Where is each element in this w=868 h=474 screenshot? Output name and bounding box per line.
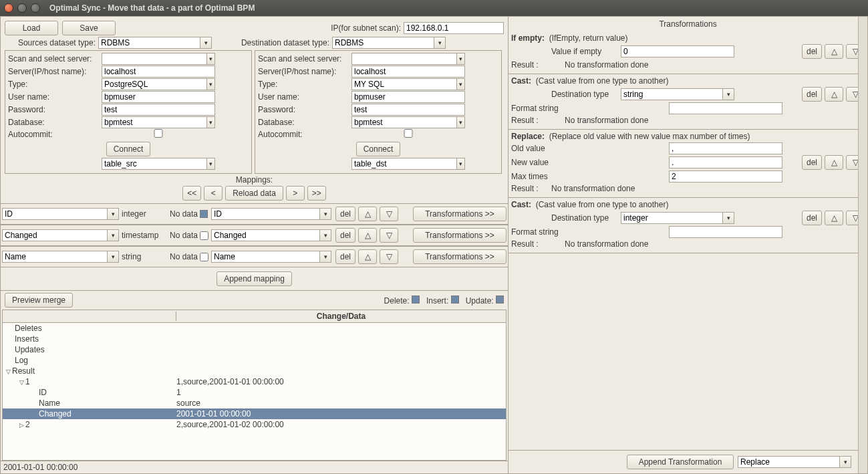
window-minimize-icon[interactable] bbox=[17, 3, 27, 13]
chevron-down-icon[interactable]: ▾ bbox=[107, 208, 119, 220]
chevron-down-icon[interactable]: ▾ bbox=[456, 53, 465, 65]
chevron-down-icon[interactable]: ▾ bbox=[107, 229, 119, 241]
chevron-down-icon[interactable]: ▾ bbox=[722, 212, 734, 224]
mapping-dst-input[interactable] bbox=[211, 251, 319, 263]
trans-format-string-input[interactable] bbox=[669, 102, 782, 114]
tree-node-result[interactable]: ▽Result bbox=[3, 366, 506, 376]
mapping-up-button[interactable]: △ bbox=[358, 207, 377, 221]
trans-new-value-input[interactable] bbox=[669, 156, 782, 168]
expand-right-icon[interactable]: ▷ bbox=[17, 422, 25, 429]
dst-dataset-type-input[interactable] bbox=[332, 37, 434, 49]
src-pass-input[interactable] bbox=[102, 104, 215, 116]
trans-dest-type-input[interactable] bbox=[621, 212, 722, 224]
tree-node-inserts[interactable]: Inserts bbox=[3, 334, 506, 344]
trans-dest-type-input[interactable] bbox=[621, 88, 722, 100]
chevron-down-icon[interactable]: ▾ bbox=[319, 208, 331, 220]
src-scan-input[interactable] bbox=[102, 53, 206, 65]
mapping-transformations-button[interactable]: Transformations >> bbox=[413, 228, 507, 243]
dst-db-input[interactable] bbox=[351, 116, 456, 128]
mapping-nodata-checkbox[interactable] bbox=[200, 253, 208, 261]
dst-pass-input[interactable] bbox=[351, 104, 465, 116]
chevron-down-icon[interactable]: ▾ bbox=[206, 158, 215, 170]
trans-up-button[interactable]: △ bbox=[825, 155, 843, 170]
mapping-up-button[interactable]: △ bbox=[358, 249, 377, 264]
chevron-down-icon[interactable]: ▾ bbox=[107, 251, 119, 263]
src-type-combo[interactable]: ▾ bbox=[102, 78, 215, 90]
save-button[interactable]: Save bbox=[62, 21, 116, 35]
src-dataset-type-combo[interactable]: ▾ bbox=[98, 37, 212, 49]
src-user-input[interactable] bbox=[102, 91, 215, 103]
window-maximize-icon[interactable] bbox=[31, 3, 40, 13]
trans-up-button[interactable]: △ bbox=[825, 44, 843, 59]
mapping-del-button[interactable]: del bbox=[335, 249, 355, 264]
window-close-icon[interactable] bbox=[4, 3, 13, 13]
tree-node-result-1[interactable]: ▽11,source,2001-01-01 00:00:00 bbox=[3, 376, 506, 387]
dst-dataset-type-combo[interactable]: ▾ bbox=[332, 37, 446, 49]
chevron-down-icon[interactable]: ▾ bbox=[206, 78, 215, 90]
trans-max-times-input[interactable] bbox=[669, 170, 782, 183]
chevron-down-icon[interactable]: ▾ bbox=[456, 116, 465, 128]
append-transformation-button[interactable]: Append Transformation bbox=[627, 455, 734, 469]
chevron-down-icon[interactable]: ▾ bbox=[839, 456, 851, 468]
trans-del-button[interactable]: del bbox=[802, 87, 822, 102]
mappings-reload-button[interactable]: Reload data bbox=[225, 186, 283, 201]
expand-down-icon[interactable]: ▽ bbox=[17, 379, 25, 386]
mapping-down-button[interactable]: ▽ bbox=[380, 207, 398, 221]
mapping-down-button[interactable]: ▽ bbox=[380, 228, 398, 243]
mapping-transformations-button[interactable]: Transformations >> bbox=[413, 207, 507, 221]
src-scan-combo[interactable]: ▾ bbox=[102, 53, 215, 65]
update-flag-checkbox[interactable] bbox=[496, 295, 504, 304]
chevron-down-icon[interactable]: ▾ bbox=[434, 37, 446, 49]
dst-scan-input[interactable] bbox=[351, 53, 456, 65]
tree-node-result-1-id[interactable]: ID1 bbox=[3, 387, 506, 398]
delete-flag-checkbox[interactable] bbox=[412, 295, 420, 304]
src-type-input[interactable] bbox=[102, 78, 206, 90]
load-button[interactable]: Load bbox=[5, 21, 58, 35]
mapping-dst-combo[interactable]: ▾ bbox=[211, 208, 331, 220]
trans-value-if-empty-input[interactable] bbox=[621, 45, 734, 57]
mapping-del-button[interactable]: del bbox=[335, 207, 355, 221]
trans-dest-type-combo[interactable]: ▾ bbox=[621, 88, 734, 100]
append-transformation-input[interactable] bbox=[738, 456, 839, 468]
tree-node-deletes[interactable]: Deletes bbox=[3, 323, 506, 334]
dst-auto-checkbox[interactable] bbox=[351, 129, 465, 138]
mapping-dst-combo[interactable]: ▾ bbox=[211, 251, 331, 263]
dst-scan-combo[interactable]: ▾ bbox=[351, 53, 465, 65]
trans-format-string-input[interactable] bbox=[669, 226, 782, 238]
mapping-dst-input[interactable] bbox=[211, 208, 319, 220]
tree-node-result-1-name[interactable]: Namesource bbox=[3, 398, 506, 408]
mapping-nodata-checkbox[interactable] bbox=[200, 210, 208, 218]
append-transformation-combo[interactable]: ▾ bbox=[738, 456, 851, 468]
dst-connect-button[interactable]: Connect bbox=[356, 142, 401, 156]
mapping-src-combo[interactable]: ▾ bbox=[2, 251, 119, 263]
mappings-last-button[interactable]: >> bbox=[307, 186, 326, 201]
chevron-down-icon[interactable]: ▾ bbox=[456, 158, 465, 170]
dst-server-input[interactable] bbox=[351, 66, 465, 78]
trans-del-button[interactable]: del bbox=[802, 211, 822, 225]
mapping-dst-combo[interactable]: ▾ bbox=[211, 229, 331, 241]
trans-del-button[interactable]: del bbox=[802, 44, 822, 59]
mapping-up-button[interactable]: △ bbox=[358, 228, 377, 243]
tree-node-log[interactable]: Log bbox=[3, 355, 506, 366]
mapping-down-button[interactable]: ▽ bbox=[380, 249, 398, 264]
chevron-down-icon[interactable]: ▾ bbox=[722, 88, 734, 100]
trans-up-button[interactable]: △ bbox=[825, 87, 843, 102]
result-tree[interactable]: Deletes Inserts Updates Log ▽Result ▽11,… bbox=[2, 323, 507, 461]
tree-node-result-1-changed[interactable]: Changed2001-01-01 00:00:00 bbox=[3, 408, 506, 419]
chevron-down-icon[interactable]: ▾ bbox=[200, 37, 212, 49]
mapping-src-combo[interactable]: ▾ bbox=[2, 229, 119, 241]
mapping-transformations-button[interactable]: Transformations >> bbox=[413, 249, 507, 264]
trans-old-value-input[interactable] bbox=[669, 142, 782, 154]
src-db-input[interactable] bbox=[102, 116, 206, 128]
mapping-nodata-checkbox[interactable] bbox=[200, 231, 208, 240]
trans-dest-type-combo[interactable]: ▾ bbox=[621, 212, 734, 224]
dst-db-combo[interactable]: ▾ bbox=[351, 116, 465, 128]
src-db-combo[interactable]: ▾ bbox=[102, 116, 215, 128]
expand-down-icon[interactable]: ▽ bbox=[4, 368, 12, 375]
src-dataset-type-input[interactable] bbox=[98, 37, 200, 49]
trans-up-button[interactable]: △ bbox=[825, 211, 843, 225]
mapping-src-input[interactable] bbox=[2, 251, 107, 263]
chevron-down-icon[interactable]: ▾ bbox=[319, 229, 331, 241]
mapping-dst-input[interactable] bbox=[211, 229, 319, 241]
insert-flag-checkbox[interactable] bbox=[451, 295, 459, 304]
